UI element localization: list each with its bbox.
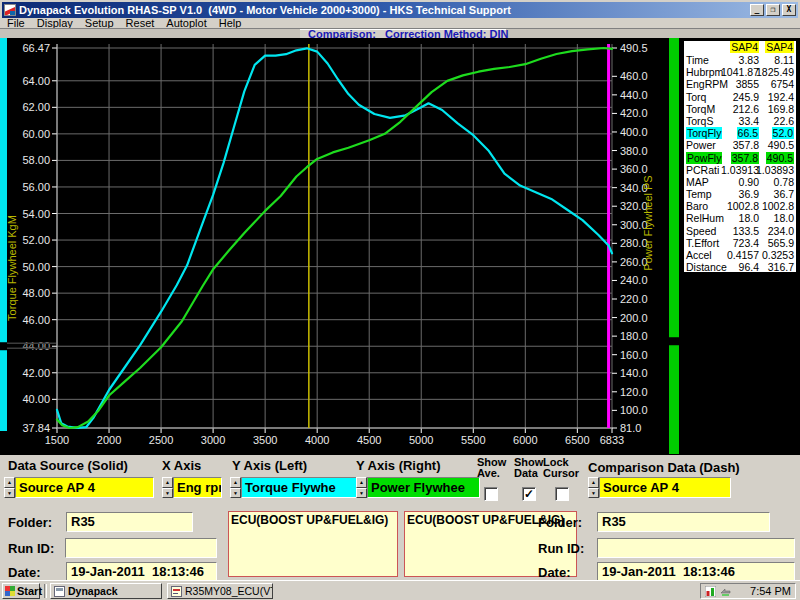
comparison-data-spinner[interactable]: ▲▼	[588, 477, 599, 498]
svg-text:46.00: 46.00	[22, 314, 50, 326]
folder-field-left[interactable]: R35	[66, 512, 193, 532]
comparison-data-combo[interactable]: ▲▼ Source AP 4	[588, 477, 731, 498]
dyno-chart[interactable]: 1500200025003000350040004500500055006000…	[0, 38, 800, 455]
x-axis-label: X Axis	[162, 458, 201, 473]
notepad-icon	[171, 586, 182, 597]
x-axis-combo[interactable]: ▲▼ Eng rpm	[162, 477, 222, 498]
svg-text:66.47: 66.47	[22, 42, 50, 54]
restore-button[interactable]: ❐	[766, 4, 780, 16]
data-source-combo[interactable]: ▲▼ Source AP 4	[4, 477, 154, 498]
menu-autoplot[interactable]: Autoplot	[166, 18, 206, 28]
data-row-speed: Speed133.5234.0	[684, 225, 796, 237]
svg-text:48.00: 48.00	[22, 287, 50, 299]
svg-text:400.0: 400.0	[620, 126, 648, 138]
taskbar-task-dynapack[interactable]: Dynapack	[50, 583, 162, 599]
y-axis-right-combo[interactable]: ▲▼ Power Flywhee	[356, 477, 480, 498]
window-title: Dynapack Evolution RHAS-SP V1.0 (4WD - M…	[19, 4, 748, 16]
data-panel-header: SAP4SAP4	[684, 41, 796, 54]
data-row-temp: Temp36.936.7	[684, 188, 796, 200]
y-left-axis-title: Torque Flywheel KgM	[6, 215, 18, 321]
svg-text:44.00: 44.00	[22, 340, 50, 352]
tray-device-icon[interactable]	[720, 586, 731, 597]
svg-text:360.0: 360.0	[620, 163, 648, 175]
data-source-spinner[interactable]: ▲▼	[4, 477, 15, 498]
close-button[interactable]: X	[782, 4, 796, 16]
run-id-field-right[interactable]	[597, 538, 795, 558]
svg-text:100.0: 100.0	[620, 404, 648, 416]
y-axis-left-label: Y Axis (Left)	[232, 458, 307, 473]
date-field-right[interactable]: 19-Jan-2011 18:13:46	[597, 562, 795, 582]
chart-region[interactable]: 1500200025003000350040004500500055006000…	[0, 38, 800, 455]
date-label-right: Date:	[538, 565, 571, 580]
svg-text:54.00: 54.00	[22, 208, 50, 220]
run-id-field-left[interactable]	[65, 538, 217, 558]
svg-text:4000: 4000	[305, 434, 329, 446]
menu-display[interactable]: Display	[37, 18, 73, 28]
svg-text:120.0: 120.0	[620, 386, 648, 398]
y-axis-right-value[interactable]: Power Flywhee	[367, 477, 480, 498]
data-source-label: Data Source (Solid)	[8, 458, 128, 473]
svg-text:4500: 4500	[357, 434, 381, 446]
left-axis-indicator-bar	[0, 38, 7, 431]
taskbar-task-notepad[interactable]: R35MY08_ECU(VTC&FUE...	[167, 583, 273, 599]
menu-reset[interactable]: Reset	[126, 18, 155, 28]
start-button[interactable]: Start	[2, 583, 40, 599]
svg-text:2500: 2500	[149, 434, 173, 446]
lock-cursor-checkbox[interactable]	[555, 487, 569, 501]
svg-text:6833: 6833	[600, 434, 624, 446]
minimize-button[interactable]: _	[750, 4, 764, 16]
svg-text:2000: 2000	[97, 434, 121, 446]
show-data-label: ShowData	[514, 457, 543, 479]
x-axis-value[interactable]: Eng rpm	[173, 477, 222, 498]
taskbar-clock: 7:54 PM	[750, 585, 791, 597]
y-axis-right-label: Y Axis (Right)	[356, 458, 441, 473]
svg-text:200.0: 200.0	[620, 312, 648, 324]
y-axis-left-value[interactable]: Torque Flywhe	[241, 477, 359, 498]
svg-text:56.00: 56.00	[22, 181, 50, 193]
system-tray: 7:54 PM	[700, 583, 796, 599]
svg-text:3000: 3000	[201, 434, 225, 446]
x-axis-spinner[interactable]: ▲▼	[162, 477, 173, 498]
data-row-map: MAP0.900.78	[684, 176, 796, 188]
svg-text:58.00: 58.00	[22, 154, 50, 166]
svg-text:240.0: 240.0	[620, 274, 648, 286]
date-label-left: Date:	[8, 565, 41, 580]
svg-text:52.00: 52.00	[22, 234, 50, 246]
start-label: Start	[17, 585, 42, 597]
svg-text:60.00: 60.00	[22, 128, 50, 140]
column-header-2: SAP4	[765, 41, 794, 53]
y-axis-right-spinner[interactable]: ▲▼	[356, 477, 367, 498]
svg-text:140.0: 140.0	[620, 367, 648, 379]
svg-text:37.84: 37.84	[22, 422, 50, 434]
show-data-checkbox[interactable]: ✓	[522, 487, 536, 501]
data-row-torqm: TorqM212.6169.8	[684, 103, 796, 115]
data-row-hubrpm: Hubrpm1041.871825.49	[684, 66, 796, 78]
series-torque-flywheel	[57, 48, 612, 428]
y-axis-left-spinner[interactable]: ▲▼	[230, 477, 241, 498]
tray-app-icon[interactable]	[705, 586, 716, 597]
show-ave-checkbox[interactable]	[484, 487, 498, 501]
data-source-value[interactable]: Source AP 4	[15, 477, 154, 498]
data-row-torqfly: TorqFly66.552.0	[684, 127, 796, 139]
svg-text:5500: 5500	[461, 434, 485, 446]
svg-text:50.00: 50.00	[22, 261, 50, 273]
dynapack-icon	[54, 586, 65, 597]
comparison-data-value[interactable]: Source AP 4	[599, 477, 731, 498]
application-window: Dynapack Evolution RHAS-SP V1.0 (4WD - M…	[0, 0, 800, 600]
y-axis-left-combo[interactable]: ▲▼ Torque Flywhe	[230, 477, 359, 498]
folder-field-right[interactable]: R35	[597, 512, 770, 532]
menu-file[interactable]: File	[7, 18, 25, 28]
date-field-left[interactable]: 19-Jan-2011 18:13:46	[66, 562, 217, 582]
svg-text:380.0: 380.0	[620, 145, 648, 157]
data-row-relhum: RelHum18.018.0	[684, 212, 796, 224]
comment-box-solid[interactable]: ECU(BOOST UP&FUEL&IG)	[228, 511, 398, 577]
svg-text:42.00: 42.00	[22, 367, 50, 379]
menu-setup[interactable]: Setup	[85, 18, 114, 28]
svg-text:40.00: 40.00	[22, 393, 50, 405]
column-header-1: SAP4	[730, 41, 759, 53]
menu-help[interactable]: Help	[219, 18, 242, 28]
svg-text:5000: 5000	[409, 434, 433, 446]
control-panel: Data Source (Solid) X Axis Y Axis (Left)…	[0, 455, 800, 580]
data-row-pcrati: PCRati1.039131.03893	[684, 164, 796, 176]
app-icon	[4, 4, 16, 16]
